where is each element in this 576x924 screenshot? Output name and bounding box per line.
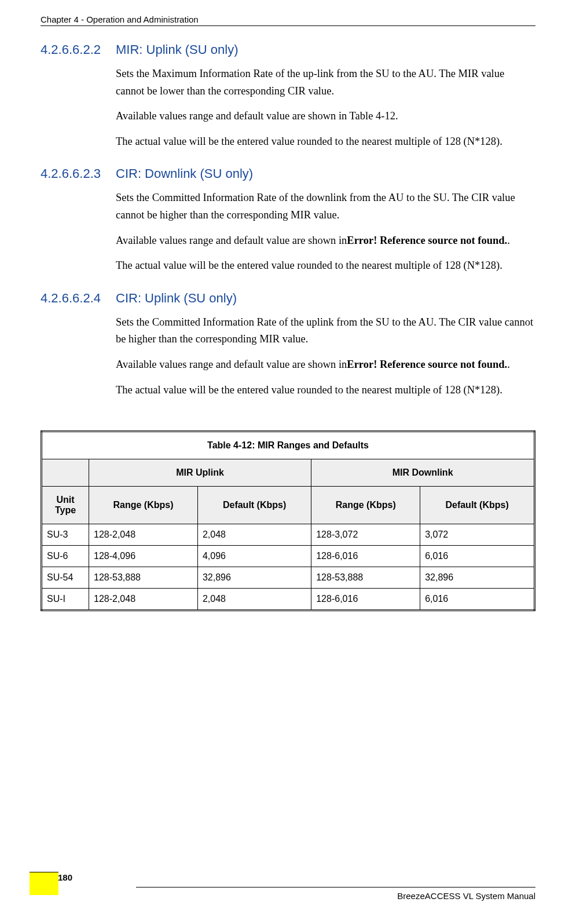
table-caption: Table 4-12: MIR Ranges and Defaults bbox=[42, 432, 535, 459]
table-cell: 128-2,048 bbox=[89, 524, 198, 546]
footer-text: BreezeACCESS VL System Manual bbox=[136, 887, 535, 901]
paragraph: Available values range and default value… bbox=[116, 356, 535, 374]
table-row: SU-54 128-53,888 32,896 128-53,888 32,89… bbox=[42, 567, 535, 589]
section-title: MIR: Uplink (SU only) bbox=[116, 42, 238, 57]
table-cell: 4,096 bbox=[197, 546, 311, 567]
table-cell: 128-6,016 bbox=[311, 546, 420, 567]
table-cell: 128-53,888 bbox=[89, 567, 198, 589]
text-run: Available values range and default value… bbox=[116, 359, 347, 370]
table-body: SU-3 128-2,048 2,048 128-3,072 3,072 SU-… bbox=[42, 524, 535, 611]
table-header bbox=[42, 459, 89, 487]
table-row: SU-3 128-2,048 2,048 128-3,072 3,072 bbox=[42, 524, 535, 546]
table-header: MIR Uplink bbox=[89, 459, 311, 487]
table-cell: SU-3 bbox=[42, 524, 89, 546]
page-number: 180 bbox=[58, 872, 72, 882]
table-cell: 128-2,048 bbox=[89, 589, 198, 611]
table-header: Range (Kbps) bbox=[89, 487, 198, 524]
table-cell: SU-54 bbox=[42, 567, 89, 589]
table-cell: 32,896 bbox=[197, 567, 311, 589]
section-number: 4.2.6.6.2.4 bbox=[41, 291, 116, 306]
table-cell: 128-4,096 bbox=[89, 546, 198, 567]
paragraph: The actual value will be the entered val… bbox=[116, 382, 535, 399]
table-cell: 128-53,888 bbox=[311, 567, 420, 589]
table-cell: SU-6 bbox=[42, 546, 89, 567]
section-title: CIR: Downlink (SU only) bbox=[116, 166, 253, 181]
page-marker-box bbox=[30, 872, 58, 895]
text-run: . bbox=[507, 359, 510, 370]
error-text: Error! Reference source not found. bbox=[347, 235, 507, 246]
paragraph: Sets the Committed Information Rate of t… bbox=[116, 189, 535, 224]
section-number: 4.2.6.6.2.2 bbox=[41, 42, 116, 57]
page-footer: BreezeACCESS VL System Manual 180 bbox=[0, 887, 576, 901]
section-number: 4.2.6.6.2.3 bbox=[41, 166, 116, 181]
paragraph: Available values range and default value… bbox=[116, 232, 535, 250]
paragraph: Sets the Maximum Information Rate of the… bbox=[116, 65, 535, 100]
table-cell: 6,016 bbox=[420, 589, 535, 611]
table-header: Default (Kbps) bbox=[197, 487, 311, 524]
table-cell: 32,896 bbox=[420, 567, 535, 589]
paragraph: The actual value will be the entered val… bbox=[116, 133, 535, 151]
table-cell: 3,072 bbox=[420, 524, 535, 546]
table-cell: 6,016 bbox=[420, 546, 535, 567]
section-heading: 4.2.6.6.2.2 MIR: Uplink (SU only) bbox=[41, 42, 535, 57]
section-title: CIR: Uplink (SU only) bbox=[116, 291, 237, 306]
mir-ranges-table: Table 4-12: MIR Ranges and Defaults MIR … bbox=[41, 430, 535, 611]
error-text: Error! Reference source not found. bbox=[347, 359, 507, 370]
page-header: Chapter 4 - Operation and Administration bbox=[41, 0, 535, 26]
table-cell: 128-6,016 bbox=[311, 589, 420, 611]
paragraph: The actual value will be the entered val… bbox=[116, 257, 535, 275]
table-header: Range (Kbps) bbox=[311, 487, 420, 524]
paragraph: Sets the Committed Information Rate of t… bbox=[116, 314, 535, 348]
table-cell: 128-3,072 bbox=[311, 524, 420, 546]
table-cell: 2,048 bbox=[197, 524, 311, 546]
table-header: MIR Downlink bbox=[311, 459, 535, 487]
paragraph: Available values range and default value… bbox=[116, 108, 535, 125]
table-cell: SU-I bbox=[42, 589, 89, 611]
section-heading: 4.2.6.6.2.3 CIR: Downlink (SU only) bbox=[41, 166, 535, 181]
table-header: Unit Type bbox=[42, 487, 89, 524]
table-row: SU-I 128-2,048 2,048 128-6,016 6,016 bbox=[42, 589, 535, 611]
section-heading: 4.2.6.6.2.4 CIR: Uplink (SU only) bbox=[41, 291, 535, 306]
text-run: . bbox=[507, 235, 510, 246]
text-run: Available values range and default value… bbox=[116, 235, 347, 246]
table-header: Default (Kbps) bbox=[420, 487, 535, 524]
table-row: SU-6 128-4,096 4,096 128-6,016 6,016 bbox=[42, 546, 535, 567]
table-cell: 2,048 bbox=[197, 589, 311, 611]
